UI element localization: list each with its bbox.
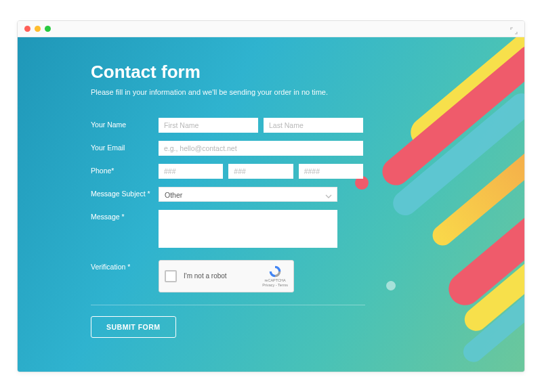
browser-window: Contact form Please fill in your informa… [17,20,525,372]
phone-part2-input[interactable] [228,164,293,179]
submit-button[interactable]: SUBMIT FORM [91,316,176,338]
phone-part3-input[interactable] [299,164,363,179]
last-name-input[interactable] [264,118,363,133]
recaptcha-text: I'm not a robot [184,272,255,280]
label-message: Message * [91,210,159,221]
minimize-window-button[interactable] [35,26,41,32]
label-subject: Message Subject * [91,187,159,198]
row-verification: Verification * I'm not a robot reCAPTCHA [91,260,363,292]
email-input[interactable] [159,141,363,156]
message-textarea[interactable] [159,210,337,248]
label-verification: Verification * [91,260,159,271]
page-viewport: Contact form Please fill in your informa… [18,37,524,372]
titlebar [18,21,524,37]
recaptcha-checkbox[interactable] [165,270,177,282]
row-name: Your Name [91,118,363,133]
recaptcha-widget[interactable]: I'm not a robot reCAPTCHA Privacy - Term… [159,260,294,292]
divider [91,305,365,305]
window-controls [24,26,51,32]
contact-form-panel: Contact form Please fill in your informa… [18,37,363,338]
close-window-button[interactable] [24,26,30,32]
subject-select[interactable]: Other [159,187,337,202]
row-email: Your Email [91,141,363,156]
recaptcha-icon [268,265,282,278]
row-subject: Message Subject * Other [91,187,363,202]
zoom-window-button[interactable] [45,26,51,32]
label-phone: Phone* [91,164,159,175]
label-email: Your Email [91,141,159,152]
row-phone: Phone* [91,164,363,179]
phone-part1-input[interactable] [159,164,223,179]
row-message: Message * [91,210,363,248]
page-subtitle: Please fill in your information and we'l… [91,88,363,96]
recaptcha-brand: reCAPTCHA Privacy - Terms [262,265,288,287]
label-name: Your Name [91,118,159,129]
expand-icon[interactable] [510,25,518,37]
first-name-input[interactable] [159,118,258,133]
page-title: Contact form [91,62,363,83]
